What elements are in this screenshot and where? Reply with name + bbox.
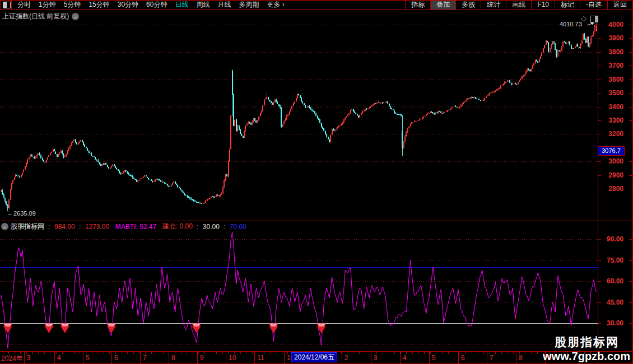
month-label: 5 (432, 354, 436, 362)
month-label: 3 (27, 354, 31, 362)
cursor-date-badge: 2024/12/06五 (291, 352, 337, 362)
price-axis-label: 3500 (603, 89, 623, 97)
month-label: 8 (519, 354, 523, 362)
indicator-header-part: 1273.00 (85, 223, 109, 231)
watermark-site-url: www.7gpzb.com (543, 350, 630, 363)
buy-signal-gem-diamond-icon (192, 324, 201, 333)
buy-signal-gem-diamond-icon (44, 324, 53, 333)
mabti-line (1, 232, 597, 349)
chart-title: 上证指数(日线 前复权) ⌄ (2, 12, 79, 21)
indicator-axis-label: 30.00 (603, 319, 623, 327)
year-label: 2024年 (1, 354, 23, 363)
chart-graphics (0, 0, 633, 364)
month-label: 9 (200, 354, 204, 362)
month-label: 4 (403, 354, 407, 362)
month-label: 3 (374, 354, 378, 362)
month-label: 4 (57, 354, 61, 362)
indicator-header-part: MABTI: 52.47 (111, 223, 156, 231)
indicator-axis-label: 90.00 (603, 235, 623, 243)
month-label: 6 (114, 354, 118, 362)
month-label: 10 (229, 354, 236, 362)
buy-signal-gem-diamond-icon (317, 324, 326, 333)
indicator-header-part: 建仓: 0.00 (159, 222, 193, 231)
price-axis-label: 3200 (603, 130, 623, 138)
indicator-header-part: : (195, 223, 201, 231)
month-label: 2 (345, 354, 348, 362)
buy-signal-gem-diamond-icon (269, 324, 278, 333)
indicator-axis-label: 60.00 (603, 277, 623, 285)
app-window: 分时1分钟5分钟15分钟30分钟60分钟日线周线月线多周期更多 › 指标叠加多股… (0, 0, 633, 364)
month-label: 7 (143, 354, 147, 362)
price-axis-label: 3600 (603, 76, 623, 83)
indicator-header-part: 984.00 (54, 223, 75, 231)
chevron-down-icon[interactable]: ⌄ (72, 13, 79, 20)
indicator-header-part: 30.00 (203, 223, 220, 231)
low-annotation: ←2635.09 (7, 210, 36, 217)
buy-signal-markers (3, 324, 326, 333)
indicator-header-part: : (222, 223, 227, 231)
chevron-down-icon[interactable]: ⌄ (1, 223, 8, 230)
indicator-header-part: 70.00 (230, 223, 246, 231)
price-axis-label: 2900 (603, 171, 623, 179)
price-axis-label: 3300 (603, 116, 623, 124)
price-axis-label: 3900 (603, 34, 623, 42)
candlestick-layer (1, 23, 597, 211)
cursor-price-badge: 3076.7 (598, 146, 625, 156)
price-axis-label: 3800 (603, 48, 623, 56)
month-label: 11 (257, 354, 264, 362)
price-axis-label: 3400 (603, 103, 623, 111)
buy-signal-gem-diamond-icon (107, 324, 116, 333)
indicator-header: ⌄ 股朋指标网 : 984.00 : 1273.00 MABTI: 52.47 … (1, 222, 246, 231)
month-label: 5 (86, 354, 90, 362)
high-annotation-arrow (587, 22, 594, 25)
month-label: 6 (461, 354, 465, 362)
buy-signal-gem-diamond-icon (60, 324, 69, 333)
indicator-header-part: 股朋指标网 (11, 222, 44, 231)
watermark: 股朋指标网 www.7gpzb.com (543, 334, 630, 363)
indicator-gridlines (0, 240, 598, 345)
price-axis-label: 4000 (603, 21, 623, 29)
chart-title-label: 上证指数(日线 前复权) (2, 12, 69, 21)
indicator-axis-label: 75.00 (603, 256, 623, 264)
price-gridlines (0, 25, 598, 189)
price-axis-label: 3000 (603, 157, 623, 165)
buy-signal-gem-diamond-icon (3, 324, 12, 333)
indicator-header-part: : (77, 223, 83, 231)
month-label: 7 (490, 354, 494, 362)
watermark-site-name: 股朋指标网 (543, 334, 630, 350)
price-axis-label: 2800 (603, 185, 623, 193)
split-window-icon[interactable] (590, 16, 598, 22)
high-annotation: 4010.73 (560, 21, 582, 27)
frame-lines (0, 0, 633, 364)
indicator-header-part: : (46, 223, 52, 231)
month-label: 8 (171, 354, 175, 362)
price-axis-label: 3700 (603, 62, 623, 69)
indicator-axis-label: 45.00 (603, 298, 623, 306)
